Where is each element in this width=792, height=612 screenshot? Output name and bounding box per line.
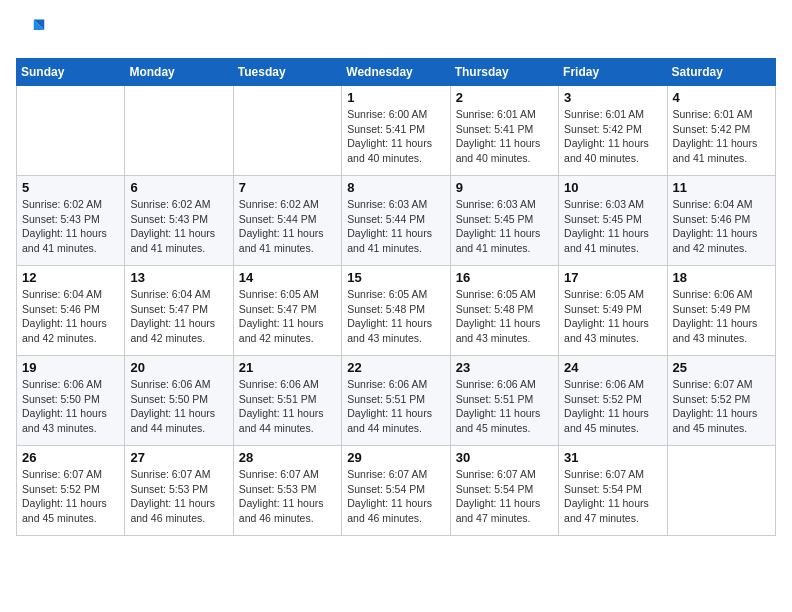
day-number: 14 [239,270,336,285]
calendar-cell: 5Sunrise: 6:02 AMSunset: 5:43 PMDaylight… [17,176,125,266]
calendar-cell: 4Sunrise: 6:01 AMSunset: 5:42 PMDaylight… [667,86,775,176]
week-row-1: 1Sunrise: 6:00 AMSunset: 5:41 PMDaylight… [17,86,776,176]
calendar-cell: 18Sunrise: 6:06 AMSunset: 5:49 PMDayligh… [667,266,775,356]
day-number: 3 [564,90,661,105]
calendar-cell: 7Sunrise: 6:02 AMSunset: 5:44 PMDaylight… [233,176,341,266]
day-number: 10 [564,180,661,195]
calendar-cell: 19Sunrise: 6:06 AMSunset: 5:50 PMDayligh… [17,356,125,446]
day-number: 12 [22,270,119,285]
day-number: 1 [347,90,444,105]
day-info: Sunrise: 6:05 AMSunset: 5:47 PMDaylight:… [239,287,336,346]
calendar-header: SundayMondayTuesdayWednesdayThursdayFrid… [17,59,776,86]
calendar-cell: 30Sunrise: 6:07 AMSunset: 5:54 PMDayligh… [450,446,558,536]
day-number: 7 [239,180,336,195]
calendar-cell: 31Sunrise: 6:07 AMSunset: 5:54 PMDayligh… [559,446,667,536]
calendar-cell: 17Sunrise: 6:05 AMSunset: 5:49 PMDayligh… [559,266,667,356]
calendar-cell [233,86,341,176]
day-info: Sunrise: 6:06 AMSunset: 5:50 PMDaylight:… [130,377,227,436]
day-info: Sunrise: 6:07 AMSunset: 5:53 PMDaylight:… [239,467,336,526]
week-row-3: 12Sunrise: 6:04 AMSunset: 5:46 PMDayligh… [17,266,776,356]
day-info: Sunrise: 6:06 AMSunset: 5:50 PMDaylight:… [22,377,119,436]
calendar-cell: 14Sunrise: 6:05 AMSunset: 5:47 PMDayligh… [233,266,341,356]
calendar-table: SundayMondayTuesdayWednesdayThursdayFrid… [16,58,776,536]
day-number: 19 [22,360,119,375]
weekday-header-sunday: Sunday [17,59,125,86]
calendar-cell: 26Sunrise: 6:07 AMSunset: 5:52 PMDayligh… [17,446,125,536]
calendar-cell: 12Sunrise: 6:04 AMSunset: 5:46 PMDayligh… [17,266,125,356]
day-number: 2 [456,90,553,105]
day-info: Sunrise: 6:01 AMSunset: 5:42 PMDaylight:… [673,107,770,166]
calendar-cell: 16Sunrise: 6:05 AMSunset: 5:48 PMDayligh… [450,266,558,356]
calendar-cell: 15Sunrise: 6:05 AMSunset: 5:48 PMDayligh… [342,266,450,356]
day-number: 30 [456,450,553,465]
day-number: 9 [456,180,553,195]
day-number: 31 [564,450,661,465]
day-info: Sunrise: 6:07 AMSunset: 5:52 PMDaylight:… [673,377,770,436]
day-info: Sunrise: 6:04 AMSunset: 5:47 PMDaylight:… [130,287,227,346]
calendar-cell: 8Sunrise: 6:03 AMSunset: 5:44 PMDaylight… [342,176,450,266]
day-info: Sunrise: 6:01 AMSunset: 5:42 PMDaylight:… [564,107,661,166]
calendar-cell [667,446,775,536]
weekday-header-tuesday: Tuesday [233,59,341,86]
calendar-cell: 27Sunrise: 6:07 AMSunset: 5:53 PMDayligh… [125,446,233,536]
calendar-cell: 23Sunrise: 6:06 AMSunset: 5:51 PMDayligh… [450,356,558,446]
day-info: Sunrise: 6:03 AMSunset: 5:44 PMDaylight:… [347,197,444,256]
calendar-cell: 3Sunrise: 6:01 AMSunset: 5:42 PMDaylight… [559,86,667,176]
week-row-5: 26Sunrise: 6:07 AMSunset: 5:52 PMDayligh… [17,446,776,536]
day-number: 16 [456,270,553,285]
calendar-cell: 11Sunrise: 6:04 AMSunset: 5:46 PMDayligh… [667,176,775,266]
day-info: Sunrise: 6:00 AMSunset: 5:41 PMDaylight:… [347,107,444,166]
day-info: Sunrise: 6:06 AMSunset: 5:51 PMDaylight:… [456,377,553,436]
calendar-cell [125,86,233,176]
day-info: Sunrise: 6:02 AMSunset: 5:43 PMDaylight:… [130,197,227,256]
calendar-cell: 6Sunrise: 6:02 AMSunset: 5:43 PMDaylight… [125,176,233,266]
day-info: Sunrise: 6:01 AMSunset: 5:41 PMDaylight:… [456,107,553,166]
day-number: 17 [564,270,661,285]
weekday-header-friday: Friday [559,59,667,86]
day-info: Sunrise: 6:04 AMSunset: 5:46 PMDaylight:… [22,287,119,346]
day-number: 5 [22,180,119,195]
calendar-cell: 9Sunrise: 6:03 AMSunset: 5:45 PMDaylight… [450,176,558,266]
day-number: 8 [347,180,444,195]
week-row-2: 5Sunrise: 6:02 AMSunset: 5:43 PMDaylight… [17,176,776,266]
day-info: Sunrise: 6:02 AMSunset: 5:43 PMDaylight:… [22,197,119,256]
calendar-cell: 2Sunrise: 6:01 AMSunset: 5:41 PMDaylight… [450,86,558,176]
day-info: Sunrise: 6:06 AMSunset: 5:51 PMDaylight:… [347,377,444,436]
day-number: 28 [239,450,336,465]
page-header [16,16,776,48]
day-number: 6 [130,180,227,195]
day-number: 20 [130,360,227,375]
day-number: 13 [130,270,227,285]
day-info: Sunrise: 6:05 AMSunset: 5:49 PMDaylight:… [564,287,661,346]
calendar-cell: 20Sunrise: 6:06 AMSunset: 5:50 PMDayligh… [125,356,233,446]
day-info: Sunrise: 6:03 AMSunset: 5:45 PMDaylight:… [564,197,661,256]
calendar-cell: 24Sunrise: 6:06 AMSunset: 5:52 PMDayligh… [559,356,667,446]
day-number: 23 [456,360,553,375]
day-number: 27 [130,450,227,465]
day-info: Sunrise: 6:07 AMSunset: 5:54 PMDaylight:… [456,467,553,526]
calendar-cell [17,86,125,176]
calendar-cell: 29Sunrise: 6:07 AMSunset: 5:54 PMDayligh… [342,446,450,536]
day-number: 24 [564,360,661,375]
day-info: Sunrise: 6:05 AMSunset: 5:48 PMDaylight:… [347,287,444,346]
day-number: 15 [347,270,444,285]
calendar-cell: 21Sunrise: 6:06 AMSunset: 5:51 PMDayligh… [233,356,341,446]
day-info: Sunrise: 6:07 AMSunset: 5:54 PMDaylight:… [347,467,444,526]
day-info: Sunrise: 6:06 AMSunset: 5:52 PMDaylight:… [564,377,661,436]
day-number: 26 [22,450,119,465]
day-number: 11 [673,180,770,195]
day-number: 25 [673,360,770,375]
day-info: Sunrise: 6:06 AMSunset: 5:51 PMDaylight:… [239,377,336,436]
day-info: Sunrise: 6:05 AMSunset: 5:48 PMDaylight:… [456,287,553,346]
day-number: 4 [673,90,770,105]
calendar-cell: 28Sunrise: 6:07 AMSunset: 5:53 PMDayligh… [233,446,341,536]
day-number: 29 [347,450,444,465]
day-number: 22 [347,360,444,375]
logo-icon [18,16,46,44]
weekday-header-monday: Monday [125,59,233,86]
day-info: Sunrise: 6:02 AMSunset: 5:44 PMDaylight:… [239,197,336,256]
day-info: Sunrise: 6:04 AMSunset: 5:46 PMDaylight:… [673,197,770,256]
weekday-header-wednesday: Wednesday [342,59,450,86]
day-info: Sunrise: 6:03 AMSunset: 5:45 PMDaylight:… [456,197,553,256]
weekday-header-saturday: Saturday [667,59,775,86]
